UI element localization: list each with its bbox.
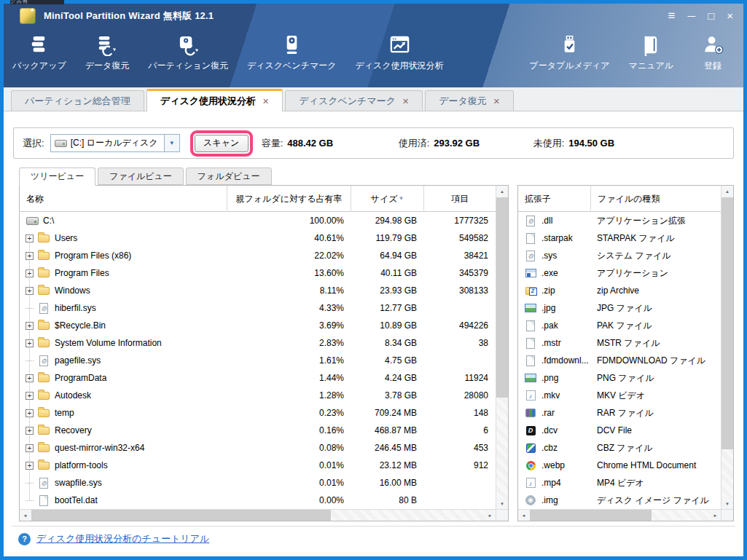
expand-icon[interactable]: + (26, 322, 34, 330)
scroll-thumb[interactable] (31, 510, 331, 521)
toolbar-item-data-recovery[interactable]: データ復元 (85, 33, 130, 72)
toolbar-item-partition-recovery[interactable]: パーティション復元 (148, 33, 228, 72)
toolbar-item-disk-benchmark[interactable]: ディスクベンチマーク (247, 33, 337, 72)
tree-row[interactable]: hiberfil.sys4.33%12.77 GB (20, 299, 496, 317)
tree-row[interactable]: +Program Files13.60%40.11 GB345379 (20, 264, 496, 282)
scroll-up-icon[interactable]: ▲ (721, 186, 733, 197)
extension-row[interactable]: .jpgJPG ファイル (518, 299, 721, 317)
extension-row[interactable]: .exeアプリケーション (518, 264, 721, 282)
expand-icon[interactable]: + (26, 444, 34, 452)
scroll-up-icon[interactable]: ▲ (496, 186, 508, 197)
tree-row[interactable]: +quest-mirror-win32-x640.08%246.45 MB453 (20, 439, 496, 457)
tree-row[interactable]: +System Volume Information2.83%8.34 GB38 (20, 334, 496, 352)
extension-row[interactable]: .sysシステム ファイル (518, 247, 721, 264)
help-icon[interactable]: ? (18, 533, 31, 545)
expand-icon[interactable]: + (26, 462, 34, 470)
extension-row[interactable]: .rarRAR ファイル (518, 404, 721, 422)
column-header-ratio[interactable]: 親フォルダに対する占有率 (227, 186, 351, 212)
expand-icon[interactable]: + (26, 234, 34, 242)
view-tab-folder[interactable]: フォルダビュー (186, 167, 272, 185)
tree-row[interactable]: C:\100.00%294.98 GB1777325 (20, 212, 496, 229)
expand-icon[interactable]: + (26, 374, 34, 382)
extension-row[interactable]: .cbzCBZ ファイル (518, 439, 721, 457)
scroll-right-icon[interactable]: ► (710, 510, 721, 521)
scroll-thumb[interactable] (496, 197, 508, 398)
tab-close-icon[interactable]: ✕ (262, 92, 269, 111)
ext-vertical-scrollbar[interactable]: ▲ ▼ (721, 186, 733, 509)
expand-icon[interactable]: + (26, 409, 34, 417)
view-tab-file[interactable]: ファイルビュー (98, 167, 184, 185)
tab-data-recovery[interactable]: データ復元 ✕ (425, 90, 514, 111)
view-tab-tree[interactable]: ツリービュー (19, 167, 95, 186)
menu-icon[interactable]: ≡ (668, 9, 676, 22)
drive-select[interactable]: [C:] ローカルディスク ▼ (50, 134, 180, 152)
tutorial-link[interactable]: ディスク使用状況分析のチュートリアル (36, 532, 209, 545)
scroll-down-icon[interactable]: ▼ (496, 498, 508, 509)
tree-vertical-scrollbar[interactable]: ▲ ▼ (496, 186, 508, 509)
extension-row[interactable]: .imgディスク イメージ ファイル (518, 492, 721, 509)
tree-row[interactable]: +Windows8.11%23.93 GB308133 (20, 282, 496, 299)
tree-row[interactable]: pagefile.sys1.61%4.75 GB (20, 352, 496, 369)
tree-row[interactable]: bootTel.dat0.00%80 B (20, 492, 496, 509)
chevron-down-icon[interactable]: ▼ (164, 135, 179, 151)
scan-button[interactable]: スキャン (195, 135, 249, 152)
tab-disk-usage-analysis[interactable]: ディスク使用状況分析 ✕ (146, 89, 283, 111)
extension-row[interactable]: .zipzip Archive (518, 282, 721, 299)
extension-row[interactable]: .fdmdownl...FDMDOWNLOAD ファイル (518, 352, 721, 369)
tab-disk-benchmark[interactable]: ディスクベンチマーク ✕ (285, 90, 423, 111)
toolbar-item-bootable-media[interactable]: ブータブルメディア (529, 33, 609, 72)
scroll-right-icon[interactable]: ► (485, 510, 496, 521)
extension-name: .png (541, 373, 558, 383)
extension-row[interactable]: .mkvMKV ビデオ (518, 387, 721, 404)
scroll-left-icon[interactable]: ◄ (20, 510, 31, 521)
toolbar-item-disk-usage-analysis[interactable]: ディスク使用状況分析 (355, 33, 443, 72)
extension-row[interactable]: .dcvDCV File (518, 422, 721, 439)
column-header-extension[interactable]: 拡張子 (518, 186, 591, 212)
tree-row[interactable]: +$Recycle.Bin3.69%10.89 GB494226 (20, 317, 496, 334)
tree-connector (26, 308, 34, 309)
extension-row[interactable]: .webpChrome HTML Document (518, 457, 721, 474)
tree-row[interactable]: +ProgramData1.44%4.24 GB11924 (20, 369, 496, 387)
tab-partition-management[interactable]: パーティション総合管理 (11, 90, 144, 111)
extension-row[interactable]: .dllアプリケーション拡張 (518, 212, 721, 229)
scroll-thumb[interactable] (530, 510, 652, 521)
expand-icon[interactable]: + (26, 392, 34, 400)
tree-row[interactable]: +temp0.23%709.24 MB148 (20, 404, 496, 422)
tab-close-icon[interactable]: ✕ (402, 92, 409, 111)
tree-row[interactable]: +Recovery0.16%468.87 MB6 (20, 422, 496, 439)
scroll-left-icon[interactable]: ◄ (518, 510, 529, 521)
extension-row[interactable]: .pakPAK ファイル (518, 317, 721, 334)
tab-close-icon[interactable]: ✕ (493, 92, 500, 111)
expand-icon[interactable]: + (26, 287, 34, 295)
column-header-size[interactable]: サイズ▼ (351, 186, 424, 212)
extension-row[interactable]: .starpakSTARPAK ファイル (518, 229, 721, 247)
expand-icon[interactable]: + (26, 339, 34, 347)
expand-icon[interactable]: + (26, 252, 34, 260)
tree-row[interactable]: +platform-tools0.01%23.12 MB912 (20, 457, 496, 474)
toolbar-item-backup[interactable]: バックアップ (12, 33, 66, 72)
extension-row[interactable]: .mp4MP4 ビデオ (518, 474, 721, 492)
maximize-icon[interactable]: □ (708, 10, 714, 21)
toolbar-item-register[interactable]: 登録 (692, 33, 733, 72)
ext-horizontal-scrollbar[interactable]: ◄ ► (518, 509, 721, 521)
expand-icon[interactable]: + (26, 427, 34, 435)
tree-row[interactable]: swapfile.sys0.01%16.00 MB (20, 474, 496, 492)
folder-icon (37, 460, 50, 471)
extension-row[interactable]: .pngPNG ファイル (518, 369, 721, 387)
tree-row[interactable]: +Program Files (x86)22.02%64.94 GB38421 (20, 247, 496, 264)
row-items: 1777325 (424, 216, 496, 226)
folder-icon (37, 320, 50, 331)
close-icon[interactable]: × (727, 10, 733, 21)
scroll-thumb[interactable] (721, 197, 733, 449)
scroll-down-icon[interactable]: ▼ (721, 498, 733, 509)
expand-icon[interactable]: + (26, 269, 34, 277)
column-header-items[interactable]: 項目 (424, 186, 496, 212)
toolbar-item-manual[interactable]: マニュアル (629, 33, 673, 72)
tree-row[interactable]: +Autodesk1.28%3.78 GB28080 (20, 387, 496, 404)
column-header-filetype[interactable]: ファイルの種類 (591, 186, 721, 212)
column-header-name[interactable]: 名称 (20, 186, 227, 212)
minimize-icon[interactable]: ─ (688, 10, 696, 21)
tree-horizontal-scrollbar[interactable]: ◄ ► (20, 509, 496, 521)
tree-row[interactable]: +Users40.61%119.79 GB549582 (20, 229, 496, 247)
extension-row[interactable]: .mstrMSTR ファイル (518, 334, 721, 352)
